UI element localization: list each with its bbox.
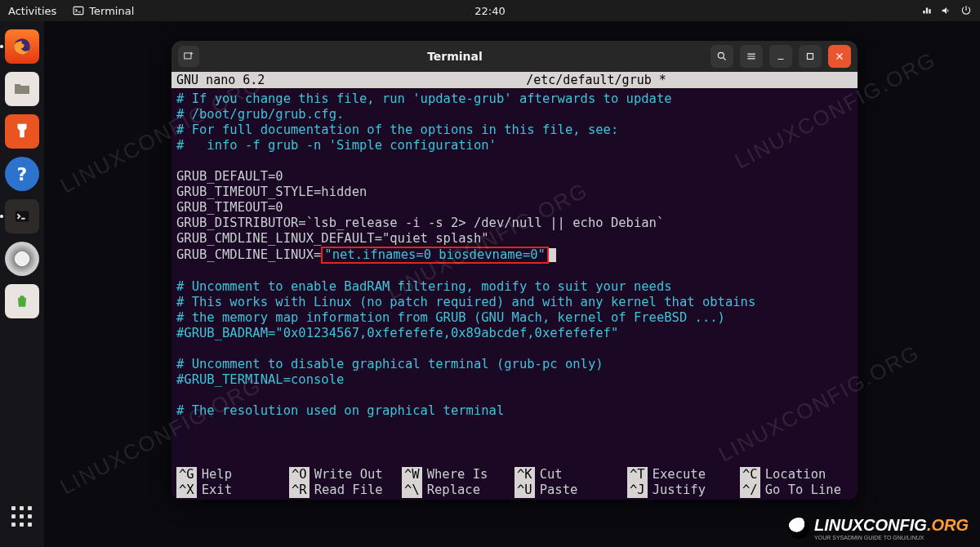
gnome-topbar: Activities Terminal 22:40 — [0, 0, 980, 21]
shortcut-key: ^J — [627, 483, 648, 498]
activities-button[interactable]: Activities — [8, 5, 56, 17]
dock-files[interactable] — [5, 72, 39, 106]
terminal-window: Terminal GNU nano 6.2 /etc/default/grub … — [172, 41, 858, 500]
nano-shortcut: ^KCut — [514, 467, 627, 483]
editor-line: GRUB_CMDLINE_LINUX_DEFAULT="quiet splash… — [176, 231, 853, 247]
shortcut-label: Where Is — [427, 467, 488, 483]
volume-icon[interactable] — [941, 5, 952, 16]
shortcut-key: ^U — [514, 483, 535, 498]
shortcut-label: Justify — [653, 483, 706, 498]
shortcut-label: Help — [202, 467, 232, 483]
shortcut-label: Location — [765, 467, 826, 483]
brand-tagline: YOUR SYSADMIN GUIDE TO GNU/LINUX — [814, 535, 969, 540]
nano-shortcut: ^UPaste — [514, 483, 627, 498]
dock-disk[interactable] — [5, 242, 39, 276]
search-button[interactable] — [710, 45, 733, 68]
shortcut-key: ^X — [176, 483, 197, 498]
text-cursor — [549, 248, 556, 262]
nano-shortcut: ^XExit — [176, 483, 289, 498]
dock: ? — [0, 21, 44, 547]
svg-rect-5 — [808, 54, 813, 60]
menu-button[interactable] — [740, 45, 763, 68]
clock[interactable]: 22:40 — [474, 5, 505, 17]
terminal-dock-icon — [13, 207, 31, 225]
editor-line: # info -f grub -n 'Simple configuration' — [176, 138, 853, 153]
dock-trash[interactable] — [5, 284, 39, 318]
editor-line: GRUB_DISTRIBUTOR=`lsb_release -i -s 2> /… — [176, 216, 853, 231]
dock-help[interactable]: ? — [5, 157, 39, 191]
window-titlebar: Terminal — [172, 41, 858, 72]
help-icon: ? — [17, 164, 28, 185]
nano-editor-body[interactable]: # If you change this file, run 'update-g… — [172, 88, 858, 467]
nano-shortcut: ^/Go To Line — [740, 483, 853, 498]
brand-suffix: .ORG — [927, 516, 969, 534]
editor-line: GRUB_TIMEOUT=0 — [176, 200, 853, 216]
apps-grid-icon — [11, 506, 33, 527]
power-icon[interactable] — [960, 5, 972, 16]
maximize-icon — [804, 51, 816, 62]
software-icon — [13, 122, 31, 140]
dock-terminal[interactable] — [5, 199, 39, 233]
shortcut-label: Paste — [540, 483, 578, 498]
shortcut-key: ^K — [514, 467, 535, 483]
shortcut-key: ^C — [740, 467, 760, 483]
hamburger-icon — [746, 51, 757, 62]
search-icon — [716, 51, 728, 62]
shortcut-key: ^O — [289, 467, 310, 483]
nano-header-bar: GNU nano 6.2 /etc/default/grub * — [172, 72, 858, 88]
nano-shortcut: ^OWrite Out — [289, 467, 402, 483]
shortcut-label: Cut — [540, 467, 563, 483]
shortcut-label: Replace — [427, 483, 480, 498]
dock-software[interactable] — [5, 114, 39, 149]
shortcut-key: ^T — [627, 467, 648, 483]
network-icon[interactable] — [921, 5, 933, 16]
shortcut-key: ^\ — [402, 483, 422, 498]
editor-line: #GRUB_BADRAM="0x01234567,0xfefefefe,0x89… — [176, 326, 853, 341]
branding-logo: LINUXCONFIG.ORG YOUR SYSADMIN GUIDE TO G… — [788, 516, 969, 540]
shortcut-label: Execute — [653, 467, 706, 483]
nano-shortcut: ^TExecute — [627, 467, 740, 483]
files-icon — [12, 79, 32, 99]
nano-shortcut: ^WWhere Is — [402, 467, 514, 483]
terminal-icon — [73, 5, 84, 16]
editor-line: # This works with Linux (no patch requir… — [176, 295, 853, 310]
maximize-button[interactable] — [799, 45, 822, 68]
nano-file-name: /etc/default/grub * — [340, 73, 853, 87]
nano-shortcut: ^JJustify — [627, 483, 740, 498]
tux-icon — [788, 518, 809, 539]
editor-line — [176, 388, 853, 403]
editor-line — [176, 341, 853, 357]
editor-line — [176, 264, 853, 279]
editor-line: # Uncomment to disable graphical termina… — [176, 357, 853, 372]
shortcut-key: ^W — [402, 467, 422, 483]
nano-shortcut: ^GHelp — [176, 467, 289, 483]
minimize-icon — [775, 51, 786, 62]
editor-line — [176, 153, 853, 169]
new-tab-button[interactable] — [178, 46, 199, 67]
svg-rect-0 — [74, 7, 83, 14]
nano-shortcut-bar: ^GHelp^OWrite Out^WWhere Is^KCut^TExecut… — [172, 467, 858, 500]
dock-apps[interactable] — [5, 500, 39, 534]
nano-shortcut: ^CLocation — [740, 467, 853, 483]
editor-line: # The resolution used on graphical termi… — [176, 403, 853, 419]
shortcut-key: ^/ — [740, 483, 760, 498]
app-menu[interactable]: Terminal — [73, 5, 134, 17]
nano-shortcut: ^\Replace — [402, 483, 514, 498]
close-button[interactable] — [828, 45, 851, 68]
shortcut-key: ^G — [176, 467, 197, 483]
editor-line: # /boot/grub/grub.cfg. — [176, 107, 853, 122]
nano-app-name: GNU nano 6.2 — [176, 73, 340, 87]
grub-cmdline-prefix: GRUB_CMDLINE_LINUX= — [176, 247, 321, 262]
shortcut-label: Exit — [202, 483, 232, 498]
new-tab-icon — [183, 51, 194, 62]
minimize-button[interactable] — [769, 45, 792, 68]
shortcut-key: ^R — [289, 483, 310, 498]
window-title: Terminal — [206, 50, 704, 63]
shortcut-label: Write Out — [314, 467, 383, 483]
app-menu-label: Terminal — [89, 5, 134, 17]
svg-point-4 — [718, 52, 724, 58]
trash-icon — [14, 293, 30, 309]
dock-firefox[interactable] — [5, 29, 39, 64]
highlight-box: "net.ifnames=0 biosdevname=0" — [321, 247, 549, 264]
editor-line: #GRUB_TERMINAL=console — [176, 372, 853, 388]
